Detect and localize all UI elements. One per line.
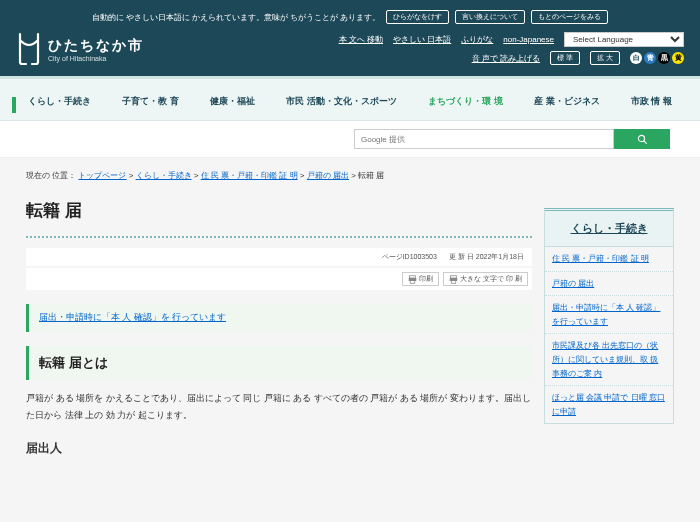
search-input[interactable]: [354, 129, 614, 149]
side-link-honnin[interactable]: 届出・申請時に「本 人 確認」を行っています: [552, 303, 660, 326]
furigana-link[interactable]: ふりがな: [461, 34, 493, 45]
skip-to-content[interactable]: 本 文へ 移動: [339, 34, 383, 45]
side-link-sunday[interactable]: ほっと届 会議 申請で 日曜 窓口に申請: [552, 393, 665, 416]
nav-kenko[interactable]: 健康・福祉: [204, 95, 261, 108]
site-name-jp: ひたちなか市: [48, 37, 144, 55]
original-page[interactable]: もとのページをみる: [531, 10, 608, 24]
print-button[interactable]: 印刷: [402, 272, 439, 286]
easy-japanese[interactable]: やさしい 日本語: [393, 34, 451, 45]
sidebar-heading: くらし・手続き: [544, 208, 674, 247]
hiragana-toggle[interactable]: ひらがなをけす: [386, 10, 449, 24]
nav-machidukuri[interactable]: まちづくり・環 境: [422, 95, 509, 108]
page-meta: ページID1003503 更 新 日 2022年1月18日: [26, 248, 532, 266]
sub-heading-notifier: 届出人: [26, 440, 532, 457]
category-nav: くらし・手続き 子育て・教 育 健康・福祉 市民 活動・文化・スポーツ まちづく…: [10, 79, 690, 120]
crumb-current: 転籍 届: [358, 171, 384, 180]
nav-kurashi[interactable]: くらし・手続き: [22, 95, 97, 108]
read-aloud[interactable]: 音 声で 読み上げる: [472, 53, 540, 64]
section-heading-what-is: 転籍 届とは: [26, 346, 532, 380]
side-link-koseki[interactable]: 戸籍の 届出: [552, 279, 594, 288]
font-standard[interactable]: 標 準: [550, 51, 580, 65]
svg-rect-2: [410, 275, 416, 277]
language-select[interactable]: Select Language: [564, 32, 684, 47]
nav-sangyo[interactable]: 産 業・ビジネス: [528, 95, 606, 108]
search-icon: [637, 134, 648, 145]
announce-text: 自動的に やさしい日本語に かえられています。意味が ちがうことが あります。: [92, 12, 381, 23]
nav-kosodate[interactable]: 子育て・教 育: [116, 95, 185, 108]
rephrase-info[interactable]: 言い換えについて: [455, 10, 525, 24]
side-link-madoguchi[interactable]: 市民課及び各 出先窓口の（状 所）に関していま規則、取 扱 事務のご案 内: [552, 341, 658, 377]
non-japanese-link[interactable]: non-Japanese: [503, 35, 554, 44]
crumb-top[interactable]: トップページ: [78, 171, 126, 180]
crumb-juminhyo[interactable]: 住 民 票・戸籍・印鑑 証 明: [201, 171, 298, 180]
crumb-kurashi[interactable]: くらし・手続き: [136, 171, 192, 180]
printer-icon: [408, 275, 417, 284]
notice-banner: 届出・申請時に「本 人 確認」を 行っています: [26, 304, 532, 332]
svg-rect-5: [451, 275, 457, 277]
search-button[interactable]: [614, 129, 670, 149]
site-name-en: City of Hitachinaka: [48, 55, 144, 62]
color-theme-blue[interactable]: 青: [644, 52, 656, 64]
page-title: 転籍 届: [26, 199, 532, 222]
side-link-juminhyo[interactable]: 住 民 票・戸籍・印鑑 証 明: [552, 254, 649, 263]
color-theme-white[interactable]: 白: [630, 52, 642, 64]
color-theme-black[interactable]: 黒: [658, 52, 670, 64]
svg-point-0: [638, 135, 644, 141]
body-text: 戸籍が ある 場所を かえることであり、届出によって 同じ 戸籍に ある すべて…: [26, 388, 532, 426]
nav-shisei[interactable]: 市政 情 報: [625, 95, 678, 108]
font-large[interactable]: 拡 大: [590, 51, 620, 65]
breadcrumb: 現在の 位置： トップページ > くらし・手続き > 住 民 票・戸籍・印鑑 証…: [26, 164, 532, 187]
title-divider: [26, 236, 532, 238]
page-id: ページID1003503: [378, 252, 441, 262]
site-logo[interactable]: ひたちなか市 City of Hitachinaka: [16, 32, 144, 66]
svg-line-1: [643, 140, 646, 143]
crumb-koseki[interactable]: 戸籍の 届出: [307, 171, 349, 180]
header-sub-links: 音 声で 読み上げる 標 準 拡 大 白 青 黒 黄: [472, 51, 684, 65]
sidebar-heading-link[interactable]: くらし・手続き: [571, 222, 648, 234]
update-date: 更 新 日 2022年1月18日: [445, 252, 528, 262]
header-top-links: 本 文へ 移動 やさしい 日本語 ふりがな non-Japanese Selec…: [339, 32, 684, 47]
color-theme-yellow[interactable]: 黄: [672, 52, 684, 64]
logo-icon: [16, 32, 42, 66]
printer-icon: [449, 275, 458, 284]
large-print-button[interactable]: 大きな 文字で 印 刷: [443, 272, 528, 286]
nav-shimin[interactable]: 市民 活動・文化・スポーツ: [280, 95, 403, 108]
notice-link[interactable]: 届出・申請時に「本 人 確認」を 行っています: [39, 312, 226, 322]
sidebar-nav: 住 民 票・戸籍・印鑑 証 明 戸籍の 届出 届出・申請時に「本 人 確認」を行…: [544, 247, 674, 424]
announcement-bar: 自動的に やさしい日本語に かえられています。意味が ちがうことが あります。 …: [16, 6, 684, 32]
